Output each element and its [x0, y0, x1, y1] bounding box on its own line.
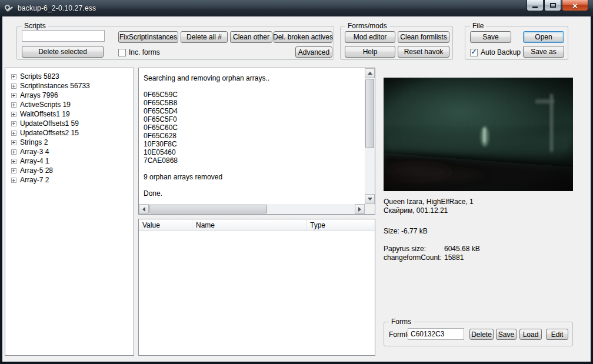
auto-backup-checkbox[interactable]: [470, 49, 478, 56]
file-group-label: File: [470, 22, 486, 30]
tree-item-label: Arrays 7996: [20, 91, 58, 99]
tree-item-label: Scripts 5823: [20, 72, 59, 81]
vertical-scrollbar[interactable]: [365, 68, 375, 204]
character-info: Queen Izara, HighElfRace, 1: [384, 198, 474, 206]
forms-mods-group-label: Forms/mods: [345, 22, 389, 30]
form-load-button[interactable]: Load: [519, 329, 542, 340]
size-info: Size: -6.77 kB: [384, 227, 428, 235]
tree-item[interactable]: UpdateOffsets1 59: [11, 119, 134, 128]
del-broken-actives-button[interactable]: Del. broken actives: [274, 31, 332, 43]
tree-item[interactable]: Arrays 7996: [11, 91, 134, 100]
tree-item[interactable]: Scripts 5823: [11, 72, 134, 81]
forms-mods-group: Forms/mods Mod editor Clean formlists He…: [340, 26, 453, 60]
forms-group: Forms FormId Delete Save Load Edit: [384, 322, 573, 346]
column-header-type[interactable]: Type: [307, 219, 375, 231]
clean-formlists-button[interactable]: Clean formlists: [398, 31, 449, 43]
titlebar[interactable]: backup-6_2-0.10.27.ess: [0, 0, 593, 16]
file-group: File Save Open Auto Backup Save as: [465, 26, 568, 60]
save-as-button[interactable]: Save as: [523, 46, 564, 58]
down-arrow-icon: [368, 198, 372, 203]
vertical-scroll-thumb[interactable]: [365, 79, 374, 148]
open-button[interactable]: Open: [523, 31, 564, 43]
scroll-up-button[interactable]: [365, 68, 375, 78]
column-header-value[interactable]: Value: [139, 219, 192, 231]
table-header: Value Name Type: [139, 219, 375, 231]
form-save-button[interactable]: Save: [496, 329, 517, 340]
fix-script-instances-button[interactable]: FixScriptInstances: [118, 31, 178, 43]
close-icon: ×: [572, 1, 578, 10]
expand-icon[interactable]: [11, 121, 16, 126]
advanced-button[interactable]: Advanced: [295, 46, 332, 58]
left-arrow-icon: [140, 207, 145, 212]
expand-icon[interactable]: [11, 178, 16, 183]
tree-item-label: Array-7 2: [20, 176, 49, 184]
expand-icon[interactable]: [11, 131, 16, 136]
tree-item[interactable]: ScriptInstances 56733: [11, 81, 134, 91]
tree-item[interactable]: Array-5 28: [11, 166, 134, 175]
scroll-down-button[interactable]: [365, 194, 375, 204]
maximize-icon: [550, 3, 556, 8]
client-area: Scripts Delete selected FixScriptInstanc…: [2, 16, 591, 362]
scripts-filter-input[interactable]: [22, 30, 105, 42]
tree-item[interactable]: WaitOffsets1 19: [11, 109, 134, 119]
tree-item-label: UpdateOffsets1 59: [20, 119, 79, 128]
forms-group-label: Forms: [389, 318, 414, 326]
delete-all-button[interactable]: Delete all #: [181, 31, 228, 43]
expand-icon[interactable]: [11, 140, 16, 145]
tree-item-label: Array-4 1: [20, 157, 49, 165]
scroll-right-button[interactable]: [355, 204, 365, 214]
papyrus-size-label: Papyrus size:: [384, 245, 426, 253]
horizontal-scrollbar[interactable]: [139, 204, 365, 214]
tree-item-label: UpdateOffsets2 15: [20, 129, 79, 137]
expand-icon[interactable]: [11, 168, 16, 173]
tree-item-label: Array-3 4: [20, 148, 49, 156]
expand-icon[interactable]: [11, 149, 16, 155]
changeform-count-value: 15881: [444, 253, 464, 262]
tree-item-label: Array-5 28: [20, 166, 53, 175]
expand-icon[interactable]: [11, 74, 16, 79]
tree-item[interactable]: Array-7 2: [11, 175, 134, 185]
column-header-name[interactable]: Name: [192, 219, 307, 231]
log-output[interactable]: Searching and removing orphan arrays.. 0…: [139, 68, 365, 204]
close-button[interactable]: ×: [562, 0, 588, 11]
delete-selected-button[interactable]: Delete selected: [22, 46, 104, 58]
scrollbar-corner: [365, 204, 375, 214]
expand-icon[interactable]: [11, 159, 16, 164]
tree-panel[interactable]: Scripts 5823 ScriptInstances 56733 Array…: [5, 68, 134, 356]
tree-item[interactable]: Array-4 1: [11, 156, 134, 166]
tree-item-label: WaitOffsets1 19: [20, 110, 70, 118]
formid-input[interactable]: [408, 328, 464, 340]
right-arrow-icon: [358, 207, 364, 212]
save-screenshot: [384, 78, 573, 191]
form-delete-button[interactable]: Delete: [469, 329, 494, 340]
expand-icon[interactable]: [11, 93, 16, 98]
auto-backup-label: Auto Backup: [481, 48, 521, 56]
tree-item[interactable]: Array-3 4: [11, 147, 134, 156]
expand-icon[interactable]: [11, 112, 16, 117]
reset-havok-button[interactable]: Reset havok: [398, 46, 449, 58]
expand-icon[interactable]: [11, 84, 16, 89]
scroll-left-button[interactable]: [139, 204, 149, 214]
maximize-button[interactable]: [544, 0, 561, 11]
tree-item[interactable]: UpdateOffsets2 15: [11, 128, 134, 138]
changeform-count-label: changeformCount:: [384, 253, 442, 262]
inc-forms-checkbox[interactable]: [118, 49, 126, 56]
inc-forms-label: Inc. forms: [129, 48, 160, 56]
papyrus-size-value: 6045.68 kB: [444, 245, 480, 253]
clean-other-button[interactable]: Clean other: [230, 31, 272, 43]
tree-item-label: Strings 2: [20, 138, 48, 146]
scripts-group-label: Scripts: [22, 22, 48, 30]
horizontal-scroll-thumb[interactable]: [149, 205, 267, 213]
help-button[interactable]: Help: [345, 46, 395, 58]
tree-item[interactable]: ActiveScripts 19: [11, 100, 134, 109]
results-table: Value Name Type: [138, 219, 375, 356]
save-button[interactable]: Save: [470, 31, 511, 43]
form-edit-button[interactable]: Edit: [546, 329, 568, 340]
scripts-group: Scripts Delete selected FixScriptInstanc…: [16, 26, 334, 60]
expand-icon[interactable]: [11, 102, 16, 108]
log-panel: Searching and removing orphan arrays.. 0…: [138, 68, 375, 215]
minimize-button[interactable]: [527, 0, 544, 11]
tree-item-label: ScriptInstances 56733: [20, 82, 90, 90]
mod-editor-button[interactable]: Mod editor: [345, 31, 395, 43]
tree-item[interactable]: Strings 2: [11, 138, 134, 147]
